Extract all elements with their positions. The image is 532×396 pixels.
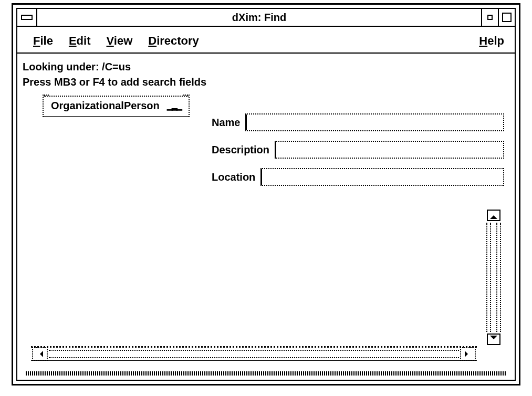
scroll-left-button[interactable]: [32, 347, 48, 361]
content-area: Looking under: /C=us Press MB3 or F4 to …: [17, 54, 515, 380]
menu-view[interactable]: View: [107, 34, 133, 48]
field-label-name: Name: [212, 117, 240, 129]
menu-directory[interactable]: Directory: [148, 34, 199, 48]
field-label-description: Description: [212, 144, 269, 156]
scroll-right-button[interactable]: [460, 347, 476, 361]
field-row-description: Description: [212, 141, 504, 159]
hint-label: Press MB3 or F4 to add search fields: [23, 76, 504, 88]
looking-under-label: Looking under: /C=us: [23, 61, 504, 73]
maximize-button[interactable]: [498, 9, 515, 26]
field-row-location: Location: [212, 168, 504, 186]
dropdown-icon: ▁▂▁: [167, 102, 181, 110]
vertical-scrollbar[interactable]: [486, 210, 501, 345]
field-label-location: Location: [212, 171, 255, 183]
menu-bar: File Edit View Directory Help: [17, 27, 515, 54]
window-title: dXim: Find: [37, 9, 481, 26]
scroll-down-button[interactable]: [487, 334, 500, 345]
menu-file[interactable]: File: [33, 34, 53, 48]
field-row-name: Name: [212, 113, 504, 131]
scroll-up-button[interactable]: [487, 210, 500, 221]
menu-edit[interactable]: Edit: [69, 34, 91, 48]
horizontal-scroll-track[interactable]: [49, 350, 459, 358]
minimize-button[interactable]: [481, 9, 498, 26]
description-input[interactable]: [275, 141, 504, 159]
resize-handle[interactable]: [26, 371, 506, 376]
menu-help[interactable]: Help: [479, 34, 504, 48]
name-input[interactable]: [245, 113, 504, 131]
horizontal-scrollbar[interactable]: [31, 346, 477, 361]
object-class-selector[interactable]: OrganizationalPerson ▁▂▁: [44, 96, 189, 117]
vertical-scroll-track[interactable]: [486, 223, 501, 332]
system-menu-button[interactable]: [17, 9, 37, 26]
object-class-value: OrganizationalPerson: [51, 100, 160, 112]
title-bar: dXim: Find: [17, 9, 515, 27]
location-input[interactable]: [260, 168, 504, 186]
